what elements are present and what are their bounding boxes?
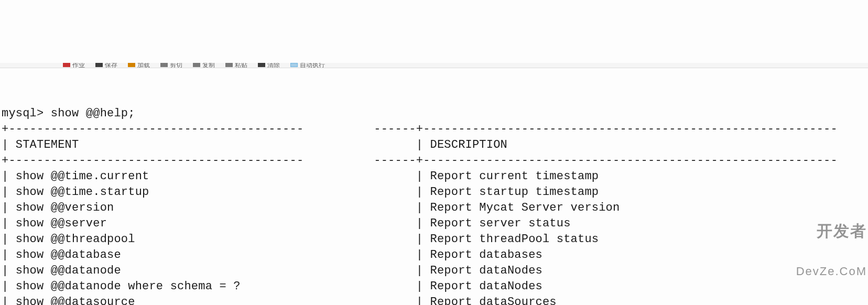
toolbar-button[interactable]: 粘贴: [225, 63, 247, 68]
toolbar-button-label: 保存: [105, 63, 117, 68]
toolbar: 作业保存加载剪切复制粘贴清除自动执行: [0, 63, 868, 68]
table-header-line: | STATEMENT | DESCRIPTION: [2, 137, 866, 153]
table-border-line: +---------------------------------------…: [2, 122, 866, 137]
toolbar-button-label: 清除: [267, 63, 280, 68]
red-icon: [63, 63, 70, 67]
gray-icon: [160, 63, 168, 67]
gray-icon: [193, 63, 200, 67]
toolbar-button[interactable]: 作业: [63, 63, 85, 68]
toolbar-button[interactable]: 保存: [95, 63, 117, 68]
terminal-output: mysql> show @@help;+--------------------…: [0, 100, 868, 305]
blue-icon: [290, 63, 298, 67]
toolbar-button-label: 自动执行: [300, 63, 325, 68]
gray-icon: [225, 63, 233, 67]
toolbar-button-label: 复制: [202, 63, 215, 68]
table-row: | show @@version | Report Mycat Server v…: [2, 200, 866, 216]
toolbar-button[interactable]: 清除: [258, 63, 280, 68]
toolbar-button[interactable]: 加载: [128, 63, 150, 68]
dark-icon: [95, 63, 103, 67]
toolbar-button-label: 加载: [137, 63, 150, 68]
toolbar-button[interactable]: 剪切: [160, 63, 182, 68]
table-row: | show @@datanode where schema = ? | Rep…: [2, 279, 866, 295]
table-row: | show @@time.current | Report current t…: [2, 169, 866, 184]
toolbar-button-label: 粘贴: [235, 63, 247, 68]
toolbar-button-label: 剪切: [170, 63, 182, 68]
grid-icon: [258, 63, 265, 67]
mysql-prompt-line: mysql> show @@help;: [2, 106, 866, 122]
table-row: | show @@datanode | Report dataNodes: [2, 263, 866, 279]
toolbar-button[interactable]: 复制: [193, 63, 215, 68]
table-row: | show @@database | Report databases: [2, 247, 866, 263]
table-row: | show @@threadpool | Report threadPool …: [2, 232, 866, 247]
table-row: | show @@time.startup | Report startup t…: [2, 184, 866, 200]
orange-icon: [128, 63, 135, 67]
toolbar-button-label: 作业: [72, 63, 85, 68]
table-border-line: +---------------------------------------…: [2, 153, 866, 169]
table-row: | show @@server | Report server status: [2, 216, 866, 232]
table-row: | show @@datasource | Report dataSources: [2, 295, 866, 305]
toolbar-button[interactable]: 自动执行: [290, 63, 325, 68]
